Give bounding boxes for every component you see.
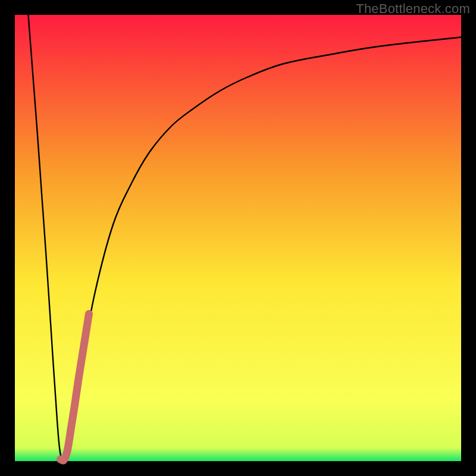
watermark-label: TheBottleneck.com [356,1,470,17]
bottleneck-chart [0,0,476,476]
chart-container: TheBottleneck.com [0,0,476,476]
